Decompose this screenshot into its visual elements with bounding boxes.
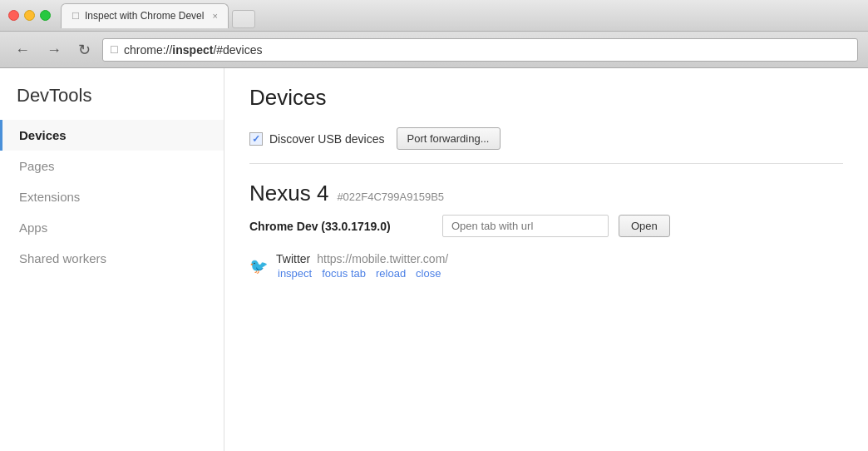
twitter-icon: 🐦 <box>249 257 268 275</box>
tab-info: Twitter https://mobile.twitter.com/ insp… <box>276 252 448 280</box>
focus-tab-link[interactable]: focus tab <box>322 267 366 280</box>
open-tab-button[interactable]: Open <box>619 215 670 237</box>
forward-button[interactable]: → <box>42 39 67 61</box>
discover-usb-label: Discover USB devices <box>269 132 385 146</box>
sidebar-item-shared-workers[interactable]: Shared workers <box>0 243 224 274</box>
close-link[interactable]: close <box>416 267 441 280</box>
browser-row: Chrome Dev (33.0.1719.0) Open <box>249 215 843 237</box>
device-section: Nexus 4 #022F4C799A9159B5 Chrome Dev (33… <box>249 181 843 285</box>
port-forwarding-button[interactable]: Port forwarding... <box>397 127 501 150</box>
browser-name: Chrome Dev (33.0.1719.0) <box>249 220 432 233</box>
tab-url-text: https://mobile.twitter.com/ <box>317 252 448 265</box>
content-area: Devices ✓ Discover USB devices Port forw… <box>224 68 868 451</box>
page-icon: ☐ <box>110 44 119 56</box>
maximize-button[interactable] <box>40 10 51 21</box>
main-content: DevTools Devices Pages Extensions Apps S… <box>0 68 868 451</box>
discover-usb-checkbox[interactable]: ✓ <box>249 132 263 146</box>
back-button[interactable]: ← <box>10 39 35 61</box>
sidebar: DevTools Devices Pages Extensions Apps S… <box>0 68 224 451</box>
tab-actions: inspect focus tab reload close <box>278 267 448 280</box>
device-name: Nexus 4 <box>249 181 328 206</box>
reload-button[interactable]: ↻ <box>73 39 96 61</box>
inspect-link[interactable]: inspect <box>278 267 312 280</box>
navbar: ← → ↻ ☐ chrome://inspect/#devices <box>0 32 868 68</box>
tab-title-text: Twitter <box>276 252 310 265</box>
discover-row: ✓ Discover USB devices Port forwarding..… <box>249 127 843 164</box>
open-tab-url-input[interactable] <box>442 215 609 237</box>
titlebar: ☐ Inspect with Chrome Devel × <box>0 0 868 32</box>
window-controls <box>8 10 51 21</box>
new-tab-button[interactable] <box>232 10 255 28</box>
sidebar-title: DevTools <box>0 85 224 120</box>
discover-usb-checkbox-container[interactable]: ✓ Discover USB devices <box>249 132 385 146</box>
close-button[interactable] <box>8 10 19 21</box>
checkmark-icon: ✓ <box>252 133 260 145</box>
active-tab[interactable]: ☐ Inspect with Chrome Devel × <box>61 3 229 28</box>
sidebar-item-devices[interactable]: Devices <box>0 120 224 151</box>
device-id: #022F4C799A9159B5 <box>337 191 444 203</box>
tab-close-button[interactable]: × <box>212 11 217 21</box>
reload-link[interactable]: reload <box>376 267 406 280</box>
sidebar-item-pages[interactable]: Pages <box>0 151 224 181</box>
page-title: Devices <box>249 85 843 111</box>
tab-page-icon: ☐ <box>72 11 80 22</box>
sidebar-item-extensions[interactable]: Extensions <box>0 181 224 212</box>
tab-row: 🐦 Twitter https://mobile.twitter.com/ in… <box>249 247 843 285</box>
sidebar-item-apps[interactable]: Apps <box>0 212 224 243</box>
tab-bar: ☐ Inspect with Chrome Devel × <box>61 3 860 28</box>
tab-title: Inspect with Chrome Devel <box>85 10 204 22</box>
device-header: Nexus 4 #022F4C799A9159B5 <box>249 181 843 206</box>
address-text: chrome://inspect/#devices <box>124 43 263 57</box>
minimize-button[interactable] <box>24 10 35 21</box>
address-bar[interactable]: ☐ chrome://inspect/#devices <box>102 38 858 62</box>
